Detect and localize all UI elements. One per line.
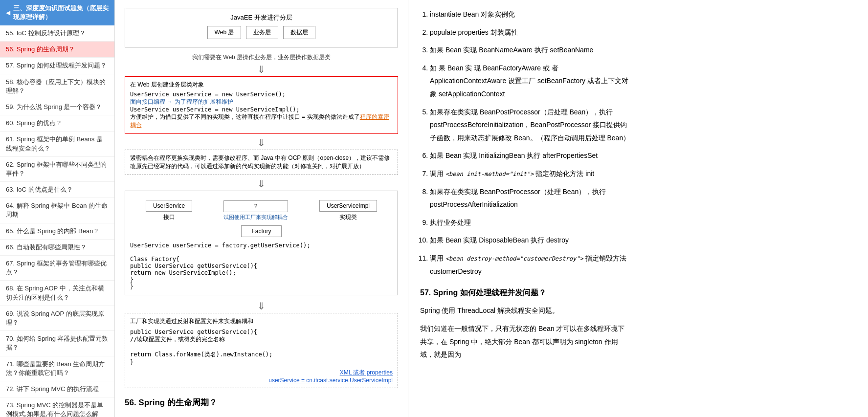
layer-data: 数据层 [283, 26, 315, 39]
lifecycle-list: instantiate Bean 对象实例化populate propertie… [420, 8, 631, 278]
redbox1: 在 Web 层创建业务层类对象 UserService userService … [125, 76, 398, 134]
lifecycle-item-9: 执行业务处理 [430, 216, 631, 229]
factory-container: Factory [130, 225, 393, 237]
dashedbox1: 紧密耦合在程序更换实现类时，需要修改程序、而 Java 中有 OCP 原则（op… [125, 150, 398, 175]
sidebar-item-60[interactable]: 60. Spring 的优点？ [0, 115, 114, 132]
sidebar-item-61[interactable]: 61. Spring 框架中的单例 Beans 是线程安全的么？ [0, 132, 114, 156]
sidebar-item-71[interactable]: 71. 哪些是重要的 Bean 生命周期方法？你能重载它们吗？ [0, 356, 114, 381]
lifecycle-item-5: 如果存在类实现 BeanPostProcessor（后处理 Bean），执行 p… [430, 106, 631, 145]
sidebar-item-64[interactable]: 64. 解释 Spring 框架中 Bean 的生命周期 [0, 198, 114, 223]
sidebar-item-66[interactable]: 66. 自动装配有哪些局限性？ [0, 240, 114, 256]
redbox1-title: 在 Web 层创建业务层类对象 [130, 81, 393, 89]
sidebar-item-72[interactable]: 72. 讲下 Spring MVC 的执行流程 [0, 381, 114, 397]
section57-text2: 我们知道在一般情况下，只有无状态的 Bean 才可以在多线程环境下共享，在 Sp… [420, 322, 631, 361]
sidebar-item-68[interactable]: 68. 在 Spring AOP 中，关注点和横切关注的区别是什么？ [0, 281, 114, 306]
arrow-down-4: ⇓ [125, 301, 398, 311]
interface-block: UserService 接口 [146, 200, 192, 221]
section56-title: 56. Spring 的生命周期？ [125, 397, 398, 408]
interface-label: 接口 [146, 213, 192, 221]
sidebar-item-67[interactable]: 67. Spring 框架的事务管理有哪些优点？ [0, 256, 114, 281]
sidebar-item-65[interactable]: 65. 什么是 Spring 的内部 Bean？ [0, 223, 114, 240]
hint-text: 试图使用工厂来实现解耦合 [223, 214, 288, 221]
sidebar-item-63[interactable]: 63. IoC 的优点是什么？ [0, 182, 114, 198]
lifecycle-item-4: 如 果 Bean 实 现 BeanFactoryAware 或 者 Applic… [430, 62, 631, 101]
sidebar-collapse-button[interactable]: ◀ [5, 9, 11, 16]
sidebar-item-55[interactable]: 55. IoC 控制反转设计原理？ [0, 25, 114, 42]
redbox1-line1: 面向接口编程 → 为了程序的扩展和维护 [130, 98, 393, 106]
sidebar-header-title: 三、深度度知识面试题集（底层实现原理详解） [13, 4, 110, 22]
question-block: ? 试图使用工厂来实现解耦合 [223, 200, 288, 221]
interface-row: UserService 接口 ? 试图使用工厂来实现解耦合 UserServic… [130, 200, 393, 221]
diagram1-layers-row: Web 层 业务层 数据层 [130, 26, 393, 39]
impl-block: UserServiceImpl 实现类 [319, 200, 377, 221]
section57-text1: Spring 使用 ThreadLocal 解决线程安全问题。 [420, 304, 631, 317]
layer-web: Web 层 [207, 26, 242, 39]
userservice-impl-link[interactable]: userService = cn.itcast.service.UserServ… [268, 377, 393, 384]
userimpl-box: UserServiceImpl [319, 200, 377, 212]
xml-properties-link[interactable]: XML 或者 properties [340, 369, 393, 376]
sidebar-item-69[interactable]: 69. 说说 Spring AOP 的底层实现原理？ [0, 306, 114, 331]
redbox1-line2: UserService userService = new UserServic… [130, 106, 393, 113]
lifecycle-item-8: 如果存在类实现 BeanPostProcessor（处理 Bean），执行 po… [430, 185, 631, 211]
diagram-javaee-layers: JavaEE 开发进行分层 Web 层 业务层 数据层 [125, 8, 398, 47]
arrow-down-1: ⇓ [125, 65, 398, 74]
sidebar-items-container: 55. IoC 控制反转设计原理？56. Spring 的生命周期？57. Sp… [0, 25, 114, 417]
arrow-down-2: ⇓ [125, 138, 398, 148]
sidebar-item-58[interactable]: 58. 核心容器（应用上下文）模块的理解？ [0, 74, 114, 99]
sidebar-item-62[interactable]: 62. Spring 框架中有哪些不同类型的事件？ [0, 157, 114, 182]
dashedbox1-text: 紧密耦合在程序更换实现类时，需要修改程序、而 Java 中有 OCP 原则（op… [130, 154, 390, 170]
lifecycle-item-10: 如果 Bean 实现 DisposableBean 执行 destroy [430, 234, 631, 247]
dashedbox2: 工厂和实现类通过反射和配置文件来实现解耦和 public UserService… [125, 313, 398, 388]
arrow-down-3: ⇓ [125, 179, 398, 189]
lifecycle-item-1: instantiate Bean 对象实例化 [430, 8, 631, 21]
code2-lines: public UserService getUserService(){ //读… [130, 329, 393, 366]
impl-label: 实现类 [319, 213, 377, 221]
sidebar-item-56[interactable]: 56. Spring 的生命周期？ [0, 42, 114, 58]
section57-title: 57. Spring 如何处理线程并发问题？ [420, 285, 631, 300]
layer-business: 业务层 [246, 26, 278, 39]
sidebar: ◀ 三、深度度知识面试题集（底层实现原理详解） 55. IoC 控制反转设计原理… [0, 0, 115, 417]
diagram1-title: JavaEE 开发进行分层 [130, 13, 393, 22]
redbox1-line0: UserService userService = new UserServic… [130, 91, 393, 98]
code1-block: UserService userService = factory.getUse… [130, 242, 393, 290]
right-panel: instantiate Bean 对象实例化populate propertie… [408, 0, 643, 417]
lifecycle-item-7: 调用 <bean init-method="init"> 指定初始化方法 ini… [430, 167, 631, 180]
main-content: JavaEE 开发进行分层 Web 层 业务层 数据层 我们需要在 Web 层操… [115, 0, 408, 417]
factory-box: Factory [241, 225, 281, 237]
question-box: ? [223, 200, 288, 212]
diagram1-desc: 我们需要在 Web 层操作业务层，业务层操作数据层类 [125, 53, 398, 62]
xml-link-container: XML 或者 properties userService = cn.itcas… [130, 369, 393, 384]
sidebar-item-59[interactable]: 59. 为什么说 Spring 是一个容器？ [0, 99, 114, 115]
lifecycle-item-11: 调用 <bean destroy-method="customerDestroy… [430, 252, 631, 278]
sidebar-item-70[interactable]: 70. 如何给 Spring 容器提供配置元数据？ [0, 331, 114, 356]
lifecycle-item-2: populate properties 封装属性 [430, 26, 631, 39]
userservice-box: UserService [146, 200, 192, 212]
lifecycle-item-3: 如果 Bean 实现 BeanNameAware 执行 setBeanName [430, 44, 631, 57]
lifecycle-item-6: 如果 Bean 实现 InitializingBean 执行 afterProp… [430, 149, 631, 162]
dashedbox2-text: 工厂和实现类通过反射和配置文件来实现解耦和 [130, 317, 393, 326]
redbox1-line3: 方便维护，为借口提供了不同的实现类，这种直接在程序中让接口 = 实现类的做法造成… [130, 113, 393, 130]
diagram-userservice: UserService 接口 ? 试图使用工厂来实现解耦合 UserServic… [125, 191, 398, 295]
sidebar-header: ◀ 三、深度度知识面试题集（底层实现原理详解） [0, 0, 114, 25]
sidebar-item-73[interactable]: 73. Spring MVC 的控制器是不是单例模式,如果是,有什么问题怎么解决… [0, 397, 114, 417]
sidebar-item-57[interactable]: 57. Spring 如何处理线程并发问题？ [0, 58, 114, 74]
code1-lines: UserService userService = factory.getUse… [130, 242, 393, 290]
